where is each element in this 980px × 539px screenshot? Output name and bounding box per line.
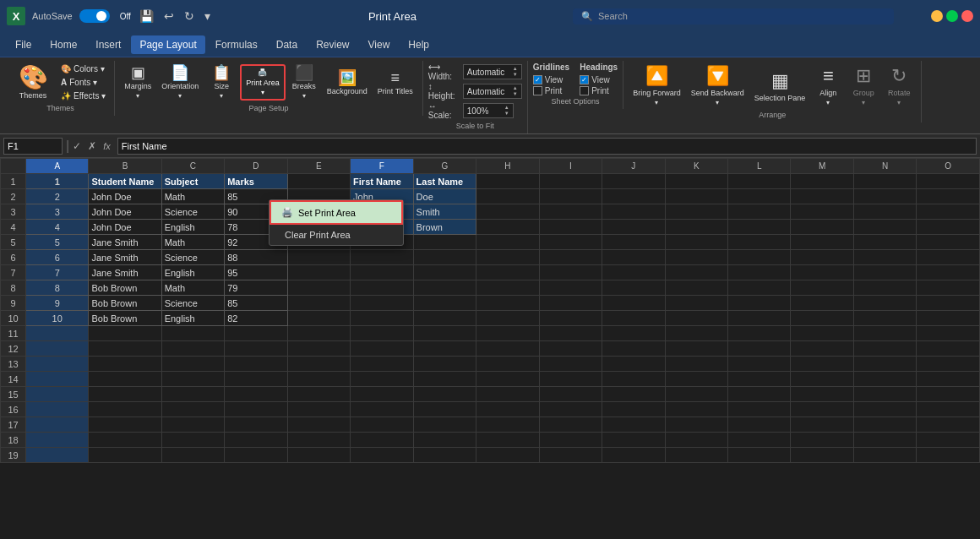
- table-cell[interactable]: [602, 235, 665, 250]
- table-cell[interactable]: 7: [26, 265, 89, 280]
- table-cell[interactable]: [853, 235, 916, 250]
- table-cell[interactable]: 9: [26, 296, 89, 311]
- table-cell[interactable]: [917, 417, 980, 433]
- table-cell[interactable]: [351, 311, 413, 326]
- table-cell[interactable]: [602, 174, 665, 189]
- table-cell[interactable]: [853, 357, 916, 372]
- table-cell[interactable]: [917, 189, 980, 204]
- table-cell[interactable]: Bob Brown: [89, 296, 161, 311]
- table-cell[interactable]: [89, 402, 161, 417]
- table-cell[interactable]: [351, 341, 413, 357]
- table-cell[interactable]: [791, 402, 853, 417]
- table-cell[interactable]: [225, 326, 287, 341]
- table-cell[interactable]: [287, 402, 350, 417]
- table-cell[interactable]: [539, 417, 602, 433]
- table-cell[interactable]: [853, 189, 916, 204]
- table-cell[interactable]: [476, 402, 539, 417]
- table-cell[interactable]: [602, 265, 665, 280]
- table-cell[interactable]: [161, 402, 224, 417]
- table-cell[interactable]: [728, 433, 791, 448]
- table-cell[interactable]: [791, 417, 853, 433]
- table-cell[interactable]: John Doe: [89, 189, 161, 204]
- maximize-button[interactable]: [946, 10, 958, 22]
- table-cell[interactable]: 88: [225, 250, 287, 265]
- table-cell[interactable]: [413, 433, 476, 448]
- breaks-button[interactable]: ⬛ Breaks ▾: [287, 63, 321, 102]
- table-cell[interactable]: [225, 448, 287, 463]
- gridlines-view-checkbox[interactable]: [533, 75, 542, 84]
- table-cell[interactable]: [728, 250, 791, 265]
- table-cell[interactable]: Math: [161, 280, 224, 296]
- table-cell[interactable]: [665, 372, 727, 387]
- table-cell[interactable]: [665, 341, 727, 357]
- table-cell[interactable]: [351, 372, 413, 387]
- table-cell[interactable]: [853, 417, 916, 433]
- cell-reference-box[interactable]: F1: [3, 138, 63, 155]
- table-cell[interactable]: [476, 189, 539, 204]
- table-cell[interactable]: [225, 341, 287, 357]
- table-cell[interactable]: John Doe: [89, 220, 161, 235]
- table-cell[interactable]: [791, 311, 853, 326]
- table-cell[interactable]: [351, 417, 413, 433]
- table-cell[interactable]: [89, 326, 161, 341]
- table-cell[interactable]: [602, 387, 665, 402]
- table-cell[interactable]: [225, 417, 287, 433]
- height-up[interactable]: ▲: [513, 85, 518, 91]
- table-cell[interactable]: [539, 311, 602, 326]
- table-cell[interactable]: [476, 341, 539, 357]
- table-cell[interactable]: [225, 433, 287, 448]
- table-cell[interactable]: [791, 265, 853, 280]
- table-cell[interactable]: [602, 204, 665, 220]
- table-cell[interactable]: [917, 448, 980, 463]
- table-cell[interactable]: [476, 204, 539, 220]
- close-button[interactable]: [961, 10, 973, 22]
- table-cell[interactable]: [287, 296, 350, 311]
- themes-button[interactable]: 🎨 Themes: [12, 63, 54, 102]
- table-cell[interactable]: [665, 311, 727, 326]
- table-cell[interactable]: [351, 402, 413, 417]
- table-cell[interactable]: Marks: [225, 174, 287, 189]
- table-cell[interactable]: [728, 296, 791, 311]
- table-cell[interactable]: [413, 357, 476, 372]
- menu-home[interactable]: Home: [41, 35, 85, 54]
- table-cell[interactable]: Jane Smith: [89, 250, 161, 265]
- table-cell[interactable]: [413, 280, 476, 296]
- table-cell[interactable]: [602, 220, 665, 235]
- table-cell[interactable]: [161, 433, 224, 448]
- width-down[interactable]: ▼: [513, 72, 518, 78]
- table-cell[interactable]: [539, 448, 602, 463]
- table-cell[interactable]: [853, 174, 916, 189]
- rotate-button[interactable]: ↻ Rotate ▾: [882, 63, 916, 109]
- table-cell[interactable]: [225, 387, 287, 402]
- table-cell[interactable]: [853, 326, 916, 341]
- menu-page-layout[interactable]: Page Layout: [131, 35, 204, 54]
- table-cell[interactable]: [728, 357, 791, 372]
- table-cell[interactable]: [413, 296, 476, 311]
- table-cell[interactable]: [917, 387, 980, 402]
- table-cell[interactable]: [539, 357, 602, 372]
- table-cell[interactable]: [917, 326, 980, 341]
- table-cell[interactable]: [602, 280, 665, 296]
- table-cell[interactable]: [853, 341, 916, 357]
- table-cell[interactable]: [665, 417, 727, 433]
- table-cell[interactable]: [161, 372, 224, 387]
- table-cell[interactable]: [791, 341, 853, 357]
- formula-input[interactable]: [117, 138, 977, 155]
- height-value[interactable]: Automatic ▲▼: [463, 84, 522, 98]
- table-cell[interactable]: [351, 280, 413, 296]
- table-cell[interactable]: [89, 417, 161, 433]
- table-cell[interactable]: [917, 311, 980, 326]
- table-cell[interactable]: Math: [161, 235, 224, 250]
- table-cell[interactable]: [89, 341, 161, 357]
- table-cell[interactable]: [476, 280, 539, 296]
- table-cell[interactable]: [539, 189, 602, 204]
- table-cell[interactable]: 6: [26, 250, 89, 265]
- table-cell[interactable]: [539, 220, 602, 235]
- table-cell[interactable]: [602, 189, 665, 204]
- table-cell[interactable]: [602, 402, 665, 417]
- table-cell[interactable]: [413, 402, 476, 417]
- table-cell[interactable]: [853, 402, 916, 417]
- table-cell[interactable]: [602, 433, 665, 448]
- table-cell[interactable]: [287, 387, 350, 402]
- table-cell[interactable]: Jane Smith: [89, 265, 161, 280]
